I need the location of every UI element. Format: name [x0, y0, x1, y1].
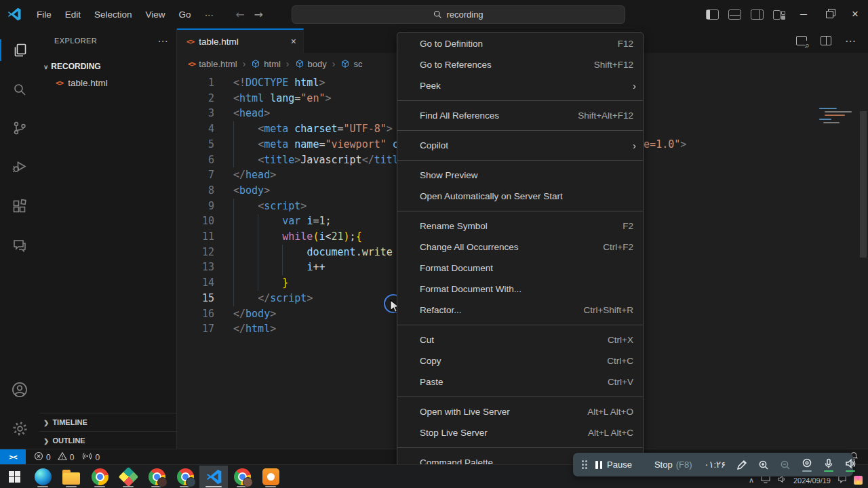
menu-item-change-all-occurrences[interactable]: Change All OccurrencesCtrl+F2: [397, 237, 643, 258]
breadcrumb-item-body[interactable]: body: [295, 59, 327, 69]
editor-more-actions-icon[interactable]: ⋯: [845, 35, 856, 47]
search-icon: [433, 10, 442, 19]
outline-section[interactable]: ❯ OUTLINE: [39, 431, 176, 449]
run-debug-icon[interactable]: [0, 150, 39, 183]
tray-speaker-icon[interactable]: [777, 475, 787, 485]
menu-item-stop-live-server[interactable]: Stop Live ServerAlt+L Alt+C: [397, 422, 643, 443]
explorer-icon[interactable]: [0, 34, 39, 66]
account-icon[interactable]: [0, 373, 39, 406]
taskbar-file-explorer[interactable]: [57, 466, 85, 488]
menu-view[interactable]: View: [139, 7, 172, 22]
menu-shortcut: Ctrl+Shift+R: [583, 305, 633, 315]
line-number: 5: [177, 137, 214, 152]
menu-file[interactable]: File: [30, 7, 58, 22]
microphone-icon[interactable]: [823, 458, 834, 472]
breadcrumb-separator: ›: [332, 58, 336, 69]
menu-item-format-document-with[interactable]: Format Document With...: [397, 279, 643, 300]
taskbar-vscode[interactable]: [199, 466, 228, 488]
stop-hotkey: (F8): [676, 460, 692, 470]
breadcrumb-item-sc[interactable]: sc: [340, 59, 362, 69]
menu-item-rename-symbol[interactable]: Rename SymbolF2: [397, 216, 643, 237]
source-control-icon[interactable]: [0, 112, 39, 144]
notification-icon[interactable]: [837, 475, 847, 485]
extensions-icon[interactable]: [0, 190, 39, 222]
breadcrumb-item-html[interactable]: html: [251, 59, 281, 69]
indent-guide: [282, 245, 283, 275]
open-preview-icon[interactable]: [796, 36, 807, 45]
file-table-html[interactable]: <> table.html: [39, 75, 176, 92]
system-audio-icon[interactable]: [845, 458, 856, 472]
line-number: 16: [177, 306, 214, 322]
zoom-in-icon[interactable]: [758, 460, 769, 470]
taskbar-chrome[interactable]: [85, 466, 114, 488]
drag-handle-icon[interactable]: [582, 460, 587, 469]
line-number: 7: [177, 167, 214, 183]
taskbar-diamond-app[interactable]: [114, 466, 142, 488]
command-center-search[interactable]: recording: [292, 5, 625, 24]
start-button[interactable]: [0, 466, 28, 488]
restore-button[interactable]: [816, 0, 842, 28]
taskbar-chrome-profile-2[interactable]: [171, 466, 199, 488]
explorer-more-icon[interactable]: ···: [158, 35, 168, 46]
menu-item-refactor[interactable]: Refactor...Ctrl+Shift+R: [397, 300, 643, 321]
taskbar-chrome-profile-3[interactable]: [228, 466, 256, 488]
menu-item-show-preview[interactable]: Show Preview: [397, 165, 643, 186]
timeline-section[interactable]: ❯ TIMELINE: [39, 413, 176, 431]
submenu-chevron-icon: ›: [633, 80, 636, 92]
menu-item-go-to-references[interactable]: Go to ReferencesShift+F12: [397, 54, 643, 75]
menu-item-copy[interactable]: CopyCtrl+C: [397, 350, 643, 371]
menu-shortcut: Ctrl+V: [608, 377, 633, 387]
indent-guide: [258, 214, 258, 291]
stop-button[interactable]: Stop: [654, 460, 673, 470]
toggle-secondary-sidebar-icon[interactable]: [751, 9, 764, 20]
pause-button[interactable]: Pause: [607, 460, 632, 470]
menu-item-open-with-live-server[interactable]: Open with Live ServerAlt+L Alt+O: [397, 401, 643, 422]
remote-indicator[interactable]: ><: [0, 449, 26, 465]
menu-shortcut: Ctrl+X: [608, 335, 633, 345]
menu-selection[interactable]: Selection: [87, 7, 139, 22]
minimap[interactable]: [819, 106, 859, 129]
menu-more-icon[interactable]: ···: [198, 7, 221, 22]
nav-forward-icon[interactable]: →: [254, 8, 263, 21]
chrome-icon: [234, 468, 251, 485]
search-sidebar-icon[interactable]: [0, 73, 39, 106]
menu-item-go-to-definition[interactable]: Go to DefinitionF12: [397, 33, 643, 54]
tray-chevron-up-icon[interactable]: ∧: [749, 476, 754, 485]
taskbar-edge[interactable]: [28, 466, 57, 488]
toggle-primary-sidebar-icon[interactable]: [706, 9, 719, 20]
recorder-toolbar: Pause Stop (F8) ٠١:٢۶ ✕: [573, 453, 853, 476]
zoom-out-icon[interactable]: [780, 460, 791, 470]
menu-item-paste[interactable]: PasteCtrl+V: [397, 371, 643, 392]
split-editor-icon[interactable]: [821, 36, 831, 45]
tray-display-icon[interactable]: [761, 475, 770, 485]
breadcrumb-item-table-html[interactable]: <>table.html: [188, 59, 237, 69]
draw-pencil-icon[interactable]: [736, 460, 747, 470]
menu-edit[interactable]: Edit: [58, 7, 87, 22]
close-tab-icon[interactable]: ×: [291, 36, 296, 47]
tray-colorful-icon[interactable]: [854, 476, 863, 485]
problems-indicator[interactable]: 0 0: [34, 451, 74, 463]
menu-item-open-automatically-on-server-start[interactable]: Open Automatically on Server Start: [397, 186, 643, 207]
taskbar-screen-recorder[interactable]: [256, 466, 285, 488]
customize-layout-icon[interactable]: [773, 9, 786, 20]
chat-icon[interactable]: [0, 229, 39, 262]
menu-item-find-all-references[interactable]: Find All ReferencesShift+Alt+F12: [397, 105, 643, 126]
menu-item-peek[interactable]: Peek›: [397, 75, 643, 96]
menu-go[interactable]: Go: [172, 7, 198, 22]
tray-date[interactable]: 2024/09/19: [793, 477, 831, 485]
toggle-panel-icon[interactable]: [728, 9, 741, 20]
menu-item-format-document[interactable]: Format Document: [397, 258, 643, 279]
ports-indicator[interactable]: 0: [82, 451, 100, 463]
settings-gear-icon[interactable]: [0, 412, 39, 445]
minimize-button[interactable]: ─: [791, 0, 816, 28]
folder-recording[interactable]: ∨ RECORDING: [39, 58, 176, 75]
close-window-button[interactable]: ×: [842, 0, 868, 28]
editor-scrollbar[interactable]: [860, 111, 867, 258]
breadcrumb-separator: ›: [286, 58, 290, 69]
menu-item-copilot[interactable]: Copilot›: [397, 135, 643, 156]
taskbar-chrome-profile-1[interactable]: [142, 466, 171, 488]
menu-item-cut[interactable]: CutCtrl+X: [397, 329, 643, 350]
webcam-icon[interactable]: [802, 458, 812, 472]
tab-table-html[interactable]: <> table.html ×: [177, 28, 304, 53]
nav-back-icon[interactable]: ←: [235, 8, 244, 21]
